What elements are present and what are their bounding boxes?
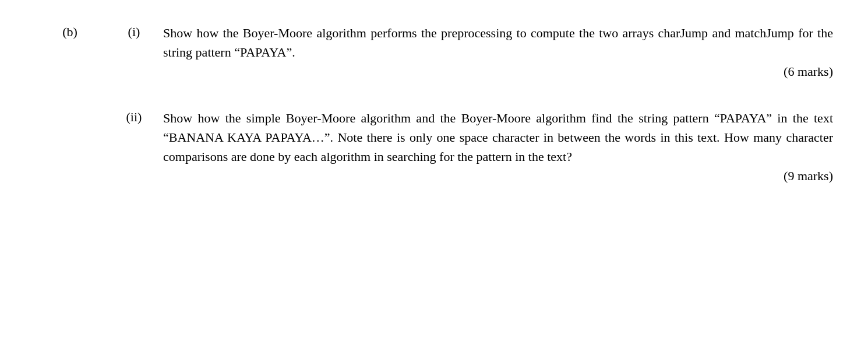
sub-question-ii: (ii) Show how the simple Boyer-Moore alg…: [105, 108, 833, 166]
sub-question-i: (i) Show how the Boyer-Moore algorithm p…: [105, 23, 833, 62]
page-container: (b) (i) Show how the Boyer-Moore algorit…: [0, 12, 868, 213]
part-b-row: (b) (i) Show how the Boyer-Moore algorit…: [35, 23, 833, 201]
sub-i-text: Show how the Boyer-Moore algorithm perfo…: [163, 26, 833, 59]
question-block: (b) (i) Show how the Boyer-Moore algorit…: [35, 23, 833, 201]
sub-questions: (i) Show how the Boyer-Moore algorithm p…: [105, 23, 833, 201]
sub-ii-marks: (9 marks): [105, 169, 833, 184]
sub-i-label: (i): [105, 23, 163, 40]
part-b-label: (b): [35, 23, 105, 40]
sub-ii-content: Show how the simple Boyer-Moore algorith…: [163, 108, 833, 166]
sub-ii-label: (ii): [105, 108, 163, 125]
sub-ii-text: Show how the simple Boyer-Moore algorith…: [163, 111, 833, 164]
sub-i-content: Show how the Boyer-Moore algorithm perfo…: [163, 23, 833, 62]
sub-i-marks: (6 marks): [105, 64, 833, 79]
